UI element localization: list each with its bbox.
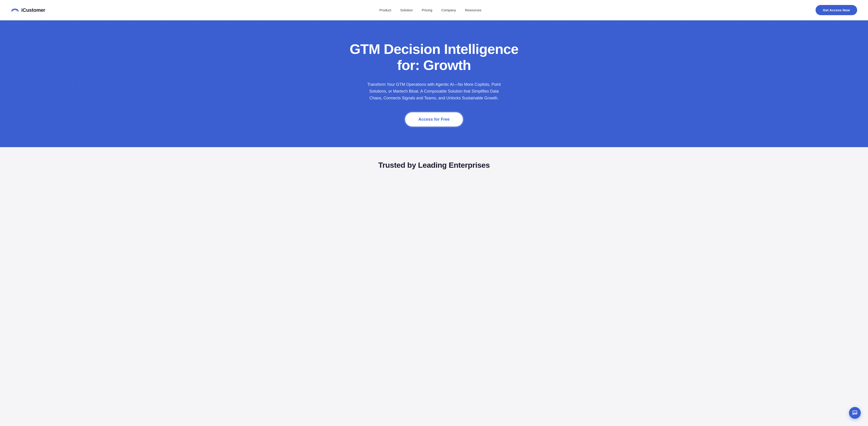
nav-links: Product Solution Pricing Company Resourc… <box>379 8 482 12</box>
nav-link-pricing[interactable]: Pricing <box>422 8 432 12</box>
logo-link[interactable]: iCustomer <box>11 6 45 14</box>
brand-name: iCustomer <box>21 7 45 13</box>
access-for-free-button[interactable]: Access for Free <box>405 112 463 126</box>
nav-link-company[interactable]: Company <box>441 8 456 12</box>
navbar: iCustomer Product Solution Pricing Compa… <box>0 0 868 20</box>
trusted-title: Trusted by Leading Enterprises <box>11 161 857 170</box>
get-access-button[interactable]: Get Access Now <box>815 5 857 15</box>
nav-link-solution[interactable]: Solution <box>400 8 413 12</box>
nav-link-resources[interactable]: Resources <box>465 8 482 12</box>
hero-subtitle: Transform Your GTM Operations with Agent… <box>364 81 504 102</box>
nav-item-solution[interactable]: Solution <box>400 8 413 12</box>
logo-icon <box>11 6 19 14</box>
nav-item-product[interactable]: Product <box>379 8 391 12</box>
hero-title: GTM Decision Intelligence for: Growth <box>344 41 524 73</box>
nav-item-company[interactable]: Company <box>441 8 456 12</box>
nav-item-resources[interactable]: Resources <box>465 8 482 12</box>
nav-link-product[interactable]: Product <box>379 8 391 12</box>
trusted-section: Trusted by Leading Enterprises <box>0 147 868 176</box>
hero-section: GTM Decision Intelligence for: Growth Tr… <box>0 20 868 147</box>
nav-item-pricing[interactable]: Pricing <box>422 8 432 12</box>
